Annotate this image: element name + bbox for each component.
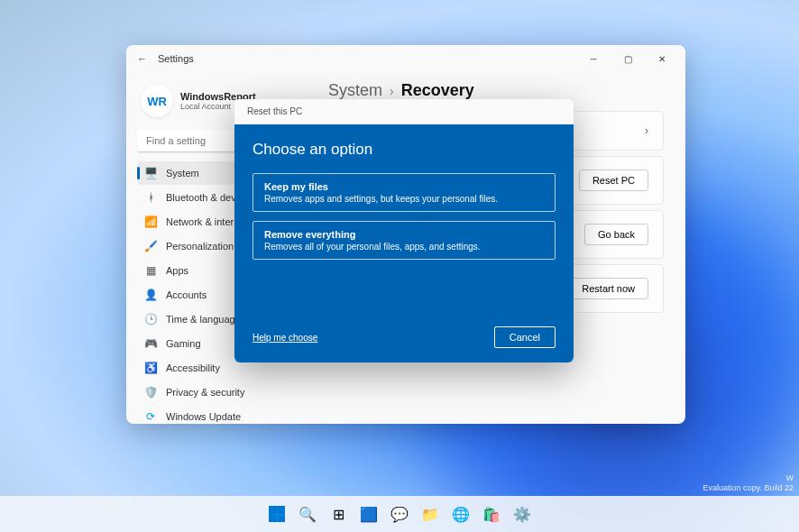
nav-label: System [166,168,199,179]
taskbar: 🔍 ⊞ 🟦 💬 📁 🌐 🛍️ ⚙️ [0,496,799,532]
nav-label: Personalization [166,241,234,252]
task-view-icon[interactable]: ⊞ [325,500,352,527]
window-title: Settings [158,53,194,64]
option-title: Keep my files [264,181,544,192]
evaluation-watermark: W Evaluation copy. Build 22 [703,473,794,494]
nav-icon: 🛡️ [144,386,157,399]
nav-icon: 🕒 [144,313,157,326]
reset-pc-dialog: Reset this PC Choose an option Keep my f… [234,99,574,362]
nav-icon: 📶 [144,216,157,228]
nav-label: Privacy & security [166,387,244,398]
nav-icon: 🖥️ [144,167,157,179]
nav-icon: 👤 [144,289,157,301]
nav-label: Apps [166,265,188,276]
nav-icon: ⟳ [144,410,157,423]
sidebar-item-privacy-security[interactable]: 🛡️Privacy & security [137,381,296,404]
chat-icon[interactable]: 💬 [386,500,413,527]
option-title: Remove everything [264,229,544,240]
widgets-icon[interactable]: 🟦 [355,500,382,527]
chevron-right-icon: › [390,84,394,98]
nav-icon: ▦ [144,264,157,277]
maximize-button[interactable]: ▢ [611,48,644,69]
dialog-header: Reset this PC [234,99,574,124]
breadcrumb-current: Recovery [401,81,474,100]
avatar: WR [141,85,173,117]
breadcrumb-parent[interactable]: System [328,81,382,100]
close-button[interactable]: ✕ [646,48,678,69]
nav-icon: 🖌️ [144,240,157,252]
cancel-button[interactable]: Cancel [494,326,556,348]
nav-icon: 🎮 [144,337,157,350]
nav-label: Windows Update [166,411,241,422]
option-desc: Removes all of your personal files, apps… [264,242,544,252]
reset-pc-button[interactable]: Reset PC [579,170,648,191]
explorer-icon[interactable]: 📁 [417,500,444,527]
nav-label: Accounts [166,289,207,300]
remove-everything-option[interactable]: Remove everythingRemoves all of your per… [253,221,556,260]
back-button[interactable]: ← [133,50,151,68]
dialog-title: Choose an option [253,141,556,159]
nav-icon: ♿ [144,362,157,374]
store-icon[interactable]: 🛍️ [478,500,505,527]
window-titlebar: ← Settings ─ ▢ ✕ [126,45,685,72]
minimize-button[interactable]: ─ [577,48,610,69]
nav-icon: ᚼ [144,191,157,204]
nav-label: Accessibility [166,362,220,373]
keep-my-files-option[interactable]: Keep my filesRemoves apps and settings, … [253,173,556,212]
help-me-choose-link[interactable]: Help me choose [253,333,317,343]
nav-label: Gaming [166,338,201,349]
chevron-right-icon: › [645,124,648,137]
go-back-button[interactable]: Go back [584,224,648,245]
nav-label: Time & language [166,314,241,325]
start-button[interactable] [263,500,290,527]
sidebar-item-windows-update[interactable]: ⟳Windows Update [137,405,296,424]
restart-now-button[interactable]: Restart now [568,278,648,299]
breadcrumb: System › Recovery [328,81,664,100]
settings-icon[interactable]: ⚙️ [509,500,536,527]
edge-icon[interactable]: 🌐 [447,500,474,527]
search-icon[interactable]: 🔍 [294,500,321,527]
option-desc: Removes apps and settings, but keeps you… [264,194,544,204]
